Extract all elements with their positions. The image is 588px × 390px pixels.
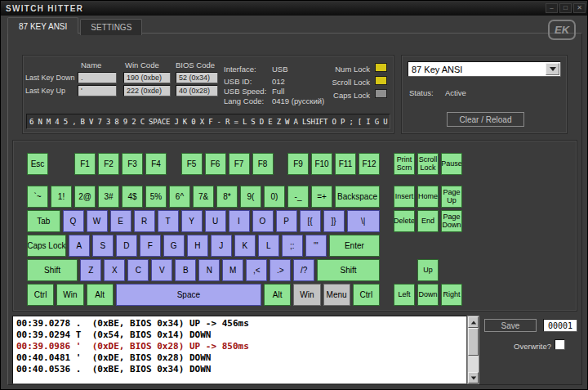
scrollbar-thumb[interactable] (468, 328, 479, 356)
key-scroll-lock: Scroll Lock (417, 153, 439, 175)
key-home: Home (417, 186, 439, 208)
log-line: 00:39.0986 ' (0xDE, BIOS 0x28) UP -> 850… (16, 341, 463, 352)
key-c: C (127, 259, 149, 281)
status-value: Active (445, 88, 466, 97)
tab-87-key-ansi[interactable]: 87 KEY ANSI (7, 17, 78, 34)
app-window: SWITCH HITTER – □ ✕ 87 KEY ANSI SETTINGS… (0, 0, 588, 390)
key-shift-left: Shift (27, 259, 78, 281)
usb-speed-label: USB Speed: (224, 87, 266, 96)
key-history-strip: 6 N M 4 5 , B V 7 3 8 9 2 C SPACE J K 0 … (26, 114, 390, 129)
window-title: SWITCH HITTER (6, 4, 83, 13)
key-7: 7& (193, 186, 214, 208)
log-scrollbar[interactable] (467, 316, 479, 384)
key-delete: Delete (394, 210, 415, 232)
key-right-arrow: Right (441, 284, 462, 306)
scroll-down-button[interactable] (468, 372, 479, 383)
key-f11: F11 (335, 153, 356, 175)
key-6: 6^ (169, 186, 190, 208)
key-f3: F3 (122, 153, 143, 175)
key-grave: `~ (27, 186, 48, 208)
status-label: Status: (409, 88, 434, 97)
key-minus: -_ (287, 186, 309, 208)
key-r: R (134, 210, 155, 232)
key-p: P (276, 210, 297, 232)
column-header-win-code: Win Code (125, 61, 159, 69)
last-key-down-label: Last Key Down (25, 74, 75, 82)
layout-dropdown-value: 87 Key ANSI (412, 65, 462, 74)
key-space: Space (116, 284, 261, 306)
key-s: S (92, 235, 114, 257)
keyboard-gap (51, 153, 74, 175)
key-d: D (116, 235, 137, 257)
close-button[interactable]: ✕ (573, 3, 586, 13)
caps-lock-indicator (375, 89, 387, 98)
key-left-arrow: Left (394, 284, 415, 306)
log-line: 00:40.0481 ' (0xDE, BIOS 0x28) DOWN (16, 352, 463, 364)
minimize-button[interactable]: – (546, 3, 558, 13)
key-n: N (198, 259, 220, 281)
last-key-down-name-field: . (78, 72, 117, 83)
key-b: B (175, 259, 196, 281)
log-line: 00:39.0278 . (0xBE, BIOS 0x34) UP -> 456… (16, 318, 463, 329)
scroll-up-icon (470, 321, 475, 324)
usb-id-value: 012 (272, 77, 285, 86)
key-print-screen: Print Scrn (394, 153, 415, 175)
log-line: 00:39.0294 T (0x54, BIOS 0x14) DOWN (16, 329, 463, 341)
dropdown-arrow-button[interactable] (546, 63, 559, 75)
scroll-down-icon (470, 376, 475, 379)
key-v: V (151, 259, 172, 281)
key-backslash: \| (347, 210, 381, 232)
scroll-up-button[interactable] (468, 316, 479, 328)
key-win-right: Win (293, 284, 320, 306)
key-u: U (205, 210, 226, 232)
key-9: 9( (240, 186, 261, 208)
usb-id-label: USB ID: (224, 77, 252, 86)
column-header-name: Name (81, 61, 101, 69)
tab-settings[interactable]: SETTINGS (80, 19, 142, 35)
lang-code-label: Lang Code: (224, 96, 264, 105)
key-page-down: Page Down (441, 210, 462, 232)
num-lock-indicator (375, 63, 387, 72)
key-f5: F5 (181, 153, 203, 175)
key-m: M (222, 259, 243, 281)
keyboard-gap (169, 153, 181, 175)
key-a: A (69, 235, 90, 257)
key-page-up: Page Up (441, 186, 462, 208)
key-j: J (211, 235, 232, 257)
save-counter-input[interactable] (543, 319, 577, 332)
key-2: 2@ (74, 186, 96, 208)
key-e: E (110, 210, 131, 232)
key-slash: /? (293, 259, 314, 281)
last-key-up-name-field: ' (78, 85, 117, 96)
key-pause: Pause (441, 153, 462, 175)
overwrite-checkbox[interactable] (555, 339, 565, 350)
key-left-bracket: [{ (300, 210, 321, 232)
key-quote: '" (305, 235, 327, 257)
key-z: Z (80, 259, 101, 281)
key-3: 3# (98, 186, 119, 208)
key-alt-right: Alt (264, 284, 291, 306)
key-insert: Insert (394, 186, 415, 208)
layout-dropdown[interactable]: 87 Key ANSI (408, 61, 561, 77)
clear-reload-button[interactable]: Clear / Reload (447, 112, 524, 127)
key-menu: Menu (323, 284, 350, 306)
key-t: T (158, 210, 179, 232)
key-f9: F9 (287, 153, 309, 175)
key-esc: Esc (27, 153, 48, 175)
maximize-button[interactable]: □ (559, 3, 572, 13)
key-5: 5% (145, 186, 167, 208)
ek-logo-icon: EK (548, 20, 576, 40)
interface-label: Interface: (224, 65, 256, 74)
key-up-arrow: Up (417, 259, 439, 281)
key-f7: F7 (229, 153, 250, 175)
key-i: I (229, 210, 250, 232)
num-lock-label: Num Lock (303, 65, 370, 74)
key-alt-left: Alt (87, 284, 114, 306)
key-l: L (258, 235, 279, 257)
key-f6: F6 (205, 153, 226, 175)
save-button[interactable]: Save (484, 319, 537, 332)
chevron-down-icon (550, 67, 556, 71)
key-f: F (140, 235, 161, 257)
title-bar[interactable]: SWITCH HITTER – □ ✕ (1, 1, 588, 16)
event-log[interactable]: 00:39.0278 . (0xBE, BIOS 0x34) UP -> 456… (12, 316, 467, 384)
